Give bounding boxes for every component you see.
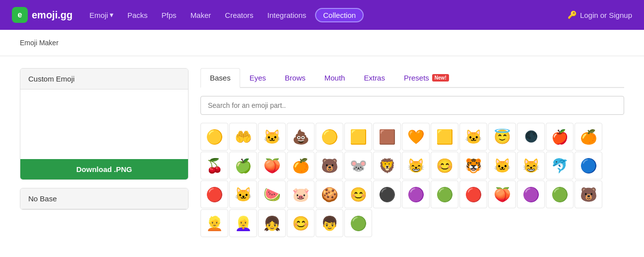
tab-extras[interactable]: Extras [354, 68, 394, 87]
emoji-cell[interactable]: 🐱 [229, 180, 257, 208]
right-panel: Bases Eyes Brows Mouth Extras Presets Ne… [200, 68, 624, 237]
logo-icon: e [12, 7, 28, 23]
emoji-cell[interactable]: 🟢 [344, 209, 372, 237]
nav-emoji-label: Emoji [89, 11, 108, 19]
nav-pfps[interactable]: Pfps [157, 8, 182, 22]
nav-collection-label: Collection [323, 11, 356, 19]
emoji-cell[interactable]: 🧡 [402, 123, 430, 151]
emoji-cell[interactable]: 🍉 [258, 180, 286, 208]
emoji-grid: 🟡 🤲 🐱 💩 🟡 🟨 🟫 🧡 🟨 🐱 😇 🌑 🍎 🍊 🍒 🍏 🍑 🍊 🐻 🐭 … [200, 123, 624, 237]
nav-collection[interactable]: Collection [315, 8, 364, 22]
custom-emoji-header: Custom Emoji [20, 69, 188, 89]
emoji-cell[interactable]: 🍑 [488, 180, 516, 208]
emoji-cell[interactable]: 😸 [517, 152, 545, 179]
emoji-cell[interactable]: 🍒 [200, 152, 228, 179]
tab-presets[interactable]: Presets New! [394, 68, 458, 87]
tab-bases[interactable]: Bases [200, 68, 240, 88]
tab-mouth[interactable]: Mouth [315, 68, 355, 87]
emoji-cell[interactable]: 🔵 [575, 152, 602, 179]
nav-emoji[interactable]: Emoji ▾ [84, 7, 119, 22]
emoji-cell[interactable]: 🔴 [459, 180, 487, 208]
nav-pfps-label: Pfps [162, 11, 177, 19]
emoji-cell[interactable]: 🟨 [431, 123, 458, 151]
emoji-cell[interactable]: 💩 [287, 123, 315, 151]
emoji-cell[interactable]: 🐱 [258, 123, 286, 151]
emoji-cell[interactable]: 🟡 [316, 123, 343, 151]
new-badge: New! [432, 74, 449, 82]
emoji-cell[interactable]: 🐷 [287, 180, 315, 208]
emoji-cell[interactable]: ⚫ [373, 180, 401, 208]
emoji-cell[interactable]: 👱 [200, 209, 228, 237]
emoji-cell[interactable]: 😊 [287, 209, 315, 237]
logo-text: emoji.gg [32, 9, 72, 21]
tabs-bar: Bases Eyes Brows Mouth Extras Presets Ne… [200, 68, 624, 88]
logo-link[interactable]: e emoji.gg [12, 7, 72, 23]
emoji-cell[interactable]: 🟫 [373, 123, 401, 151]
no-base-card: No Base [20, 188, 189, 210]
no-base-header: No Base [20, 188, 188, 209]
emoji-cell[interactable]: 🌑 [517, 123, 545, 151]
nav-creators-label: Creators [225, 11, 254, 19]
custom-emoji-card: Custom Emoji Download .PNG [20, 68, 189, 180]
emoji-cell[interactable]: 😊 [431, 152, 458, 179]
emoji-cell[interactable]: 🐻 [316, 152, 343, 179]
nav-integrations-label: Integrations [267, 11, 306, 19]
emoji-cell[interactable]: 🐯 [459, 152, 487, 179]
main-nav: e emoji.gg Emoji ▾ Packs Pfps Maker Crea… [0, 0, 644, 30]
nav-creators[interactable]: Creators [220, 8, 258, 22]
emoji-cell[interactable]: 🍏 [229, 152, 257, 179]
left-panel: Custom Emoji Download .PNG No Base [20, 68, 189, 237]
emoji-cell[interactable]: 🐱 [488, 152, 516, 179]
emoji-cell[interactable]: 🟣 [402, 180, 430, 208]
emoji-cell[interactable]: 🍑 [258, 152, 286, 179]
key-icon: 🔑 [568, 10, 577, 19]
emoji-preview-area [20, 89, 188, 159]
emoji-cell[interactable]: 🟢 [546, 180, 574, 208]
login-label: Login or Signup [580, 11, 632, 19]
emoji-cell[interactable]: 👧 [258, 209, 286, 237]
emoji-cell[interactable]: 🔴 [200, 180, 228, 208]
emoji-cell[interactable]: 🟡 [200, 123, 228, 151]
chevron-down-icon: ▾ [110, 10, 114, 19]
emoji-cell[interactable]: 🐭 [344, 152, 372, 179]
emoji-cell[interactable]: 🍊 [575, 123, 602, 151]
tab-presets-label: Presets [404, 74, 429, 82]
tab-eyes[interactable]: Eyes [240, 68, 275, 87]
nav-maker-label: Maker [191, 11, 211, 19]
emoji-cell[interactable]: 🐬 [546, 152, 574, 179]
emoji-cell[interactable]: 🍊 [287, 152, 315, 179]
breadcrumb: Emoji Maker [0, 30, 644, 56]
nav-integrations[interactable]: Integrations [262, 8, 311, 22]
search-input[interactable] [200, 96, 624, 115]
emoji-cell[interactable]: 🤲 [229, 123, 257, 151]
nav-maker[interactable]: Maker [186, 8, 216, 22]
nav-packs-label: Packs [128, 11, 148, 19]
emoji-cell[interactable]: 🟣 [517, 180, 545, 208]
emoji-cell[interactable]: 👱‍♀️ [229, 209, 257, 237]
emoji-cell[interactable]: 🦁 [373, 152, 401, 179]
main-layout: Custom Emoji Download .PNG No Base Bases… [0, 56, 644, 249]
download-png-button[interactable]: Download .PNG [20, 159, 188, 179]
login-link[interactable]: 🔑 Login or Signup [568, 10, 632, 19]
emoji-cell[interactable]: 🍪 [316, 180, 343, 208]
emoji-cell[interactable]: 🐻 [575, 180, 602, 208]
emoji-cell[interactable]: 👦 [316, 209, 343, 237]
tab-brows[interactable]: Brows [275, 68, 315, 87]
emoji-cell[interactable]: 😸 [402, 152, 430, 179]
nav-packs[interactable]: Packs [123, 8, 153, 22]
emoji-cell[interactable]: 🟢 [431, 180, 458, 208]
emoji-cell[interactable]: 😇 [488, 123, 516, 151]
emoji-cell[interactable]: 😊 [344, 180, 372, 208]
emoji-cell[interactable]: 🟨 [344, 123, 372, 151]
emoji-cell[interactable]: 🐱 [459, 123, 487, 151]
emoji-cell[interactable]: 🍎 [546, 123, 574, 151]
